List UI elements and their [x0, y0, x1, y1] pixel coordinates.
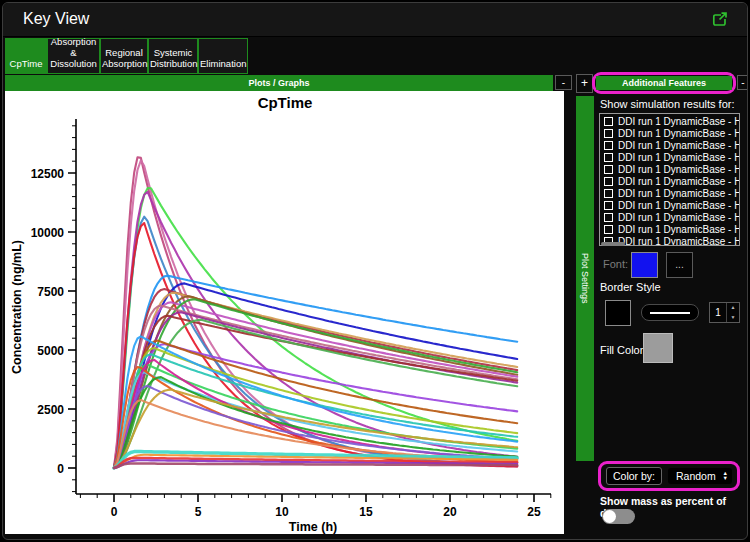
additional-features-collapse-button[interactable]: -	[737, 75, 748, 90]
cptime-chart-svg: 025005000750010000125000510152025CpTimeT…	[5, 91, 564, 534]
tab-absorption-dissolution[interactable]: Absorption & Dissolution	[47, 38, 100, 74]
plot-settings-expand-button[interactable]: +	[576, 74, 593, 93]
svg-text:15: 15	[359, 505, 373, 519]
color-by-highlight: Color by: Random ▲▼	[598, 461, 740, 491]
simulation-list-item[interactable]: DDI run 1 DynamicBase - Hum	[602, 139, 739, 151]
tab-strip: CpTimeAbsorption & DissolutionRegional A…	[3, 38, 747, 74]
tab-systemic-distribution[interactable]: Systemic Distribution	[148, 38, 198, 74]
line-style-preview	[650, 312, 690, 314]
checkbox[interactable]	[604, 201, 613, 210]
title-bar: Key View	[3, 3, 747, 37]
cptime-plot: 025005000750010000125000510152025CpTimeT…	[5, 91, 564, 534]
simulation-item-label: DDI run 1 DynamicBase - Hum	[618, 188, 739, 199]
spinner-up-icon[interactable]: ▲	[727, 303, 739, 313]
checkbox[interactable]	[604, 129, 613, 138]
color-by-dropdown[interactable]: Random ▲▼	[668, 468, 732, 484]
simulation-item-label: DDI run 1 DynamicBase - Hum	[618, 116, 739, 127]
show-results-label: Show simulation results for:	[600, 98, 735, 110]
tab-label: Systemic Distribution	[150, 48, 196, 70]
simulation-list-item[interactable]: DDI run 1 DynamicBase - Hum	[602, 151, 739, 163]
simulation-list-item[interactable]: DDI run 1 DynamicBase - Hum	[602, 127, 739, 139]
tab-label: Regional Absorption	[102, 48, 146, 70]
mass-percent-toggle[interactable]	[602, 509, 635, 524]
additional-features-highlight: Additional Features	[592, 72, 736, 94]
tab-elimination[interactable]: Elimination	[198, 38, 248, 74]
tab-regional-absorption[interactable]: Regional Absorption	[100, 38, 148, 74]
svg-text:10: 10	[275, 505, 289, 519]
checkbox[interactable]	[604, 177, 613, 186]
window-title: Key View	[23, 10, 89, 28]
simulation-item-label: DDI run 1 DynamicBase - Hum	[618, 176, 739, 187]
color-by-label: Color by:	[606, 467, 662, 485]
svg-text:Time (h): Time (h)	[289, 520, 337, 534]
simulation-list-item[interactable]: DDI run 1 DynamicBase - Hum	[602, 175, 739, 187]
simulation-list-item[interactable]: DDI run 1 DynamicBase - Hum	[602, 224, 739, 236]
simulation-item-label: DDI run 1 DynamicBase - Hum	[618, 212, 739, 223]
svg-text:5000: 5000	[37, 344, 64, 358]
checkbox[interactable]	[604, 117, 613, 126]
svg-text:0: 0	[111, 505, 118, 519]
font-color-swatch[interactable]	[631, 252, 658, 278]
checkbox[interactable]	[604, 213, 613, 222]
simulation-list-item[interactable]: DDI run 1 DynamicBase - Hum	[602, 188, 739, 200]
plots-collapse-button[interactable]: -	[555, 75, 572, 90]
tab-label: CpTime	[7, 59, 45, 70]
border-width-spinner[interactable]: 1 ▲ ▼	[709, 302, 740, 323]
simulation-list-item[interactable]: DDI run 1 DynamicBase - Hum	[602, 200, 739, 212]
fill-color-label: Fill Color	[600, 344, 643, 356]
svg-text:2500: 2500	[37, 403, 64, 417]
font-more-button[interactable]: ...	[666, 252, 693, 278]
simulation-item-label: DDI run 1 DynamicBase - Hum	[618, 128, 739, 139]
svg-text:10000: 10000	[31, 226, 65, 240]
checkbox[interactable]	[604, 189, 613, 198]
dropdown-arrows-icon: ▲▼	[723, 471, 728, 481]
toggle-knob	[603, 510, 616, 523]
svg-text:7500: 7500	[37, 285, 64, 299]
svg-text:12500: 12500	[31, 167, 65, 181]
tab-label: Absorption & Dissolution	[49, 37, 98, 70]
border-color-swatch[interactable]	[605, 300, 631, 326]
simulation-item-label: DDI run 1 DynamicBase - Hum	[618, 200, 739, 211]
svg-text:20: 20	[443, 505, 457, 519]
list-horizontal-scrollbar[interactable]	[601, 242, 625, 246]
simulation-item-label: DDI run 1 DynamicBase - Hum	[618, 152, 739, 163]
checkbox[interactable]	[604, 225, 613, 234]
tab-cptime[interactable]: CpTime	[5, 38, 47, 74]
border-width-value: 1	[710, 303, 726, 322]
open-external-icon[interactable]	[711, 12, 729, 28]
simulation-list-item[interactable]: DDI run 1 DynamicBase - Hum	[602, 163, 739, 175]
font-label: Font:	[603, 258, 628, 270]
tab-label: Elimination	[200, 59, 246, 70]
border-style-label: Border Style	[600, 281, 661, 293]
fill-color-swatch[interactable]	[643, 333, 673, 363]
spinner-down-icon[interactable]: ▼	[727, 313, 739, 323]
plots-graphs-header: Plots / Graphs	[5, 75, 553, 91]
key-view-window: Key View CpTimeAbsorption & DissolutionR…	[2, 2, 748, 540]
simulation-item-label: DDI run 1 DynamicBase - Hum	[618, 236, 739, 246]
svg-text:5: 5	[195, 505, 202, 519]
svg-text:Concentration (ng/mL): Concentration (ng/mL)	[10, 240, 24, 374]
simulation-results-list[interactable]: DDI run 1 DynamicBase - HumDDI run 1 Dyn…	[599, 113, 740, 246]
simulation-item-label: DDI run 1 DynamicBase - Hum	[618, 140, 739, 151]
simulation-list-item[interactable]: DDI run 1 DynamicBase - Hum	[602, 115, 739, 127]
simulation-list-item[interactable]: DDI run 1 DynamicBase - Hum	[602, 212, 739, 224]
simulation-item-label: DDI run 1 DynamicBase - Hum	[618, 224, 739, 235]
simulation-item-label: DDI run 1 DynamicBase - Hum	[618, 164, 739, 175]
color-by-value: Random	[676, 470, 723, 482]
checkbox[interactable]	[604, 141, 613, 150]
checkbox[interactable]	[604, 153, 613, 162]
border-line-style-button[interactable]	[641, 304, 699, 321]
svg-text:CpTime: CpTime	[258, 94, 313, 111]
checkbox[interactable]	[604, 165, 613, 174]
svg-text:25: 25	[527, 505, 541, 519]
svg-text:0: 0	[57, 462, 64, 476]
additional-features-header[interactable]: Additional Features	[596, 76, 732, 90]
plot-settings-tab[interactable]: Plot Settings	[576, 96, 594, 461]
